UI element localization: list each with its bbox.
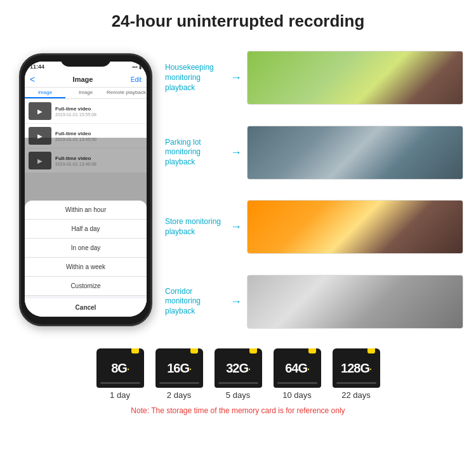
- store-img: [248, 201, 463, 253]
- storage-cards: 8G· 1 day 16G· 2 days 32G· 5 days 64G· 1…: [96, 348, 380, 400]
- monitoring-arrow-3: →: [230, 220, 242, 234]
- phone-screen: 11:44 ▪▪▪ ▮ < Image Edit Image Image Rem: [25, 62, 147, 317]
- app-header: < Image Edit: [25, 72, 147, 88]
- phone-notch: [60, 55, 111, 67]
- dropdown-item-4[interactable]: Within a week: [25, 258, 147, 277]
- monitoring-arrow-4: →: [230, 295, 242, 308]
- corridor-img: [248, 275, 463, 328]
- video-date-1: 2019-01-01 15:55:08: [55, 112, 143, 117]
- parking-img: [248, 126, 463, 179]
- monitoring-label-3: Store monitoring playback: [165, 217, 225, 237]
- status-icons: ▪▪▪ ▮: [132, 64, 142, 70]
- monitoring-item-3: Store monitoring playback →: [165, 192, 463, 263]
- storage-card-64g: 64G· 10 days: [274, 348, 321, 400]
- tab-remote-playback[interactable]: Remote playback: [106, 88, 147, 98]
- main-content: 11:44 ▪▪▪ ▮ < Image Edit Image Image Rem: [0, 37, 476, 342]
- storage-card-8g: 8G· 1 day: [96, 348, 144, 400]
- tab-image2[interactable]: Image: [65, 88, 106, 98]
- sd-card-8g: 8G·: [96, 348, 144, 388]
- monitoring-image-1: [247, 51, 463, 105]
- storage-days-64g: 10 days: [282, 390, 312, 400]
- sd-card-128g: 128G·: [333, 348, 380, 388]
- monitoring-label-4: Corridor monitoring playback: [165, 287, 225, 317]
- monitoring-arrow-1: →: [230, 71, 242, 84]
- housekeeping-img: [248, 51, 463, 104]
- dropdown-item-3[interactable]: In one day: [25, 239, 147, 258]
- video-thumb-1: ▶: [29, 102, 51, 120]
- sd-card-32g: 32G·: [215, 348, 262, 388]
- sd-card-64g: 64G·: [274, 348, 321, 388]
- storage-section: 8G· 1 day 16G· 2 days 32G· 5 days 64G· 1…: [0, 342, 476, 415]
- sd-label-128g: 128G·: [341, 361, 371, 376]
- monitoring-label-1: Housekeeping monitoring playback: [165, 63, 225, 93]
- storage-card-16g: 16G· 2 days: [155, 348, 203, 400]
- edit-button[interactable]: Edit: [131, 76, 142, 83]
- storage-card-128g: 128G· 22 days: [333, 348, 380, 400]
- monitoring-image-2: [247, 126, 463, 180]
- sd-label-32g: 32G·: [226, 361, 250, 376]
- monitoring-image-4: [247, 275, 463, 329]
- status-time: 11:44: [30, 63, 44, 70]
- phone-section: 11:44 ▪▪▪ ▮ < Image Edit Image Image Rem: [13, 37, 159, 342]
- phone-mockup: 11:44 ▪▪▪ ▮ < Image Edit Image Image Rem: [19, 53, 152, 326]
- monitoring-item-1: Housekeeping monitoring playback →: [165, 43, 463, 114]
- sd-label-64g: 64G·: [285, 361, 309, 376]
- storage-days-8g: 1 day: [110, 390, 130, 400]
- tab-image[interactable]: Image: [25, 88, 65, 98]
- video-title-2: Full-time video: [55, 131, 143, 136]
- storage-card-32g: 32G· 5 days: [215, 348, 262, 400]
- page-header: 24-hour uninterrupted recording: [0, 0, 476, 37]
- monitoring-section: Housekeeping monitoring playback → Parki…: [165, 37, 463, 342]
- app-tabs: Image Image Remote playback: [25, 88, 147, 99]
- page-title: 24-hour uninterrupted recording: [13, 11, 463, 31]
- battery-icon: ▮: [139, 64, 142, 70]
- monitoring-label-2: Parking lot monitoring playback: [165, 138, 225, 168]
- dropdown-cancel[interactable]: Cancel: [25, 298, 147, 317]
- sd-label-8g: 8G·: [111, 361, 129, 376]
- monitoring-arrow-2: →: [230, 146, 242, 159]
- dropdown-item-2[interactable]: Half a day: [25, 220, 147, 239]
- storage-days-16g: 2 days: [167, 390, 191, 400]
- dropdown-overlay: Within an hour Half a day In one day Wit…: [25, 138, 147, 317]
- video-info-1: Full-time video 2019-01-01 15:55:08: [55, 106, 143, 117]
- monitoring-image-3: [247, 200, 463, 254]
- back-button[interactable]: <: [30, 74, 35, 84]
- storage-days-32g: 5 days: [226, 390, 250, 400]
- video-title-1: Full-time video: [55, 106, 143, 112]
- video-item-1[interactable]: ▶ Full-time video 2019-01-01 15:55:08: [25, 99, 147, 124]
- dropdown-item-1[interactable]: Within an hour: [25, 201, 147, 220]
- monitoring-item-4: Corridor monitoring playback →: [165, 267, 463, 338]
- dropdown-sheet: Within an hour Half a day In one day Wit…: [25, 201, 147, 317]
- sd-card-16g: 16G·: [155, 348, 203, 388]
- sd-label-16g: 16G·: [167, 361, 191, 376]
- app-title: Image: [73, 76, 93, 83]
- storage-days-128g: 22 days: [341, 390, 371, 400]
- dropdown-item-5[interactable]: Customize: [25, 277, 147, 296]
- monitoring-item-2: Parking lot monitoring playback →: [165, 117, 463, 188]
- signal-icon: ▪▪▪: [132, 64, 138, 70]
- storage-note: Note: The storage time of the memory car…: [131, 406, 345, 415]
